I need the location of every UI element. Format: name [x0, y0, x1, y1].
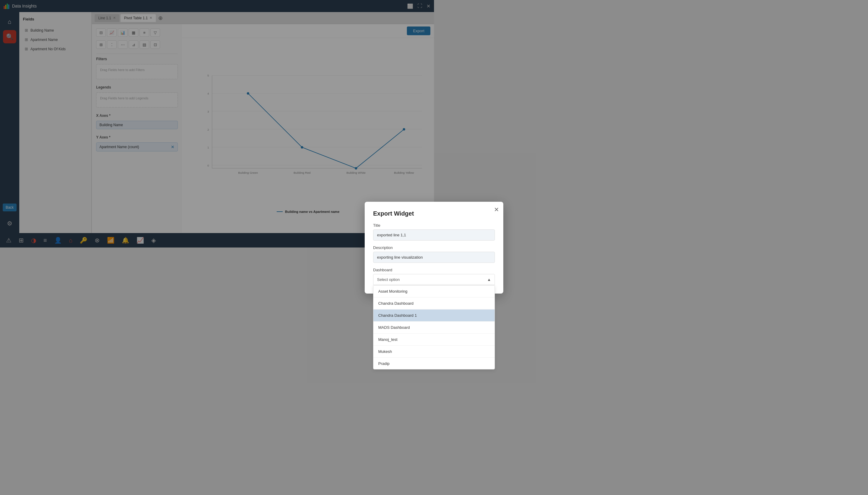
export-widget-modal: ✕ Export Widget Title Description Dashbo…	[365, 202, 434, 248]
title-label: Title	[373, 223, 434, 228]
modal-title: Export Widget	[373, 210, 434, 217]
title-input[interactable]	[373, 229, 434, 241]
modal-overlay: ✕ Export Widget Title Description Dashbo…	[0, 0, 434, 248]
description-label: Description	[373, 245, 434, 248]
